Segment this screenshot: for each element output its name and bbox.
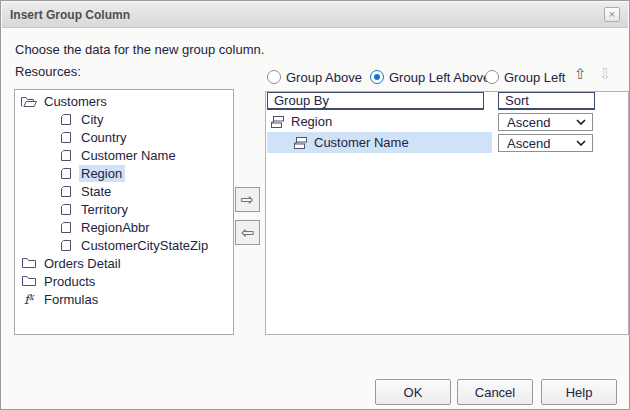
chevron-down-icon	[576, 119, 586, 125]
resources-label: Resources:	[15, 64, 81, 79]
tree-item-regionabbr[interactable]: RegionAbbr	[15, 218, 233, 236]
remove-from-group-button[interactable]: ⇦	[235, 220, 260, 245]
column-field-icon	[56, 167, 76, 180]
cancel-button[interactable]: Cancel	[457, 379, 533, 405]
add-to-group-button[interactable]: ⇨	[235, 187, 260, 212]
tree-item-customercitystatezip[interactable]: CustomerCityStateZip	[15, 236, 233, 254]
sort-dropdown-region[interactable]: Ascend	[498, 113, 593, 131]
group-icon	[270, 115, 285, 129]
group-row-customer-name-selected[interactable]: Customer Name	[267, 132, 492, 153]
tree-item-products[interactable]: Products	[15, 272, 233, 290]
closed-folder-icon	[19, 275, 39, 287]
instruction-text: Choose the data for the new group column…	[15, 42, 264, 57]
radio-group-above[interactable]: Group Above	[267, 69, 362, 85]
radio-group-left-above[interactable]: Group Left Above	[370, 69, 490, 85]
column-field-icon	[56, 131, 76, 144]
column-field-icon	[56, 113, 76, 126]
group-row-region[interactable]: Region	[267, 111, 492, 132]
tree-item-customer-name[interactable]: Customer Name	[15, 146, 233, 164]
tree-item-formulas[interactable]: fx Formulas	[15, 290, 233, 308]
tree-item-territory[interactable]: Territory	[15, 200, 233, 218]
column-field-icon	[56, 221, 76, 234]
tree-item-orders-detail[interactable]: Orders Detail	[15, 254, 233, 272]
column-field-icon	[56, 185, 76, 198]
formula-fx-icon: fx	[19, 292, 39, 307]
left-arrow-icon: ⇦	[241, 223, 254, 242]
right-arrow-icon: ⇨	[241, 190, 254, 209]
group-icon	[293, 136, 308, 150]
tree-item-state[interactable]: State	[15, 182, 233, 200]
radio-selected-icon	[370, 70, 384, 84]
move-down-icon: ⇩	[599, 64, 612, 84]
radio-group-left[interactable]: Group Left	[485, 69, 565, 85]
help-button[interactable]: Help	[541, 379, 617, 405]
column-field-icon	[56, 149, 76, 162]
insert-group-column-dialog: Insert Group Column × Choose the data fo…	[0, 0, 630, 410]
radio-icon	[267, 70, 281, 84]
group-by-panel: Group By Sort Region Customer Name Ascen…	[265, 91, 629, 335]
move-up-icon[interactable]: ⇧	[574, 64, 587, 84]
resources-tree: Customers City Country Customer Name Reg…	[14, 89, 234, 335]
ok-button[interactable]: OK	[375, 379, 451, 405]
title-bar: Insert Group Column ×	[2, 2, 628, 28]
tree-item-region-selected[interactable]: Region	[15, 164, 233, 182]
sort-dropdown-customer-name[interactable]: Ascend	[498, 134, 593, 152]
column-header-sort: Sort	[498, 92, 595, 110]
tree-item-city[interactable]: City	[15, 110, 233, 128]
chevron-down-icon	[576, 140, 586, 146]
radio-icon	[485, 70, 499, 84]
column-field-icon	[56, 203, 76, 216]
column-field-icon	[56, 239, 76, 252]
tree-item-customers[interactable]: Customers	[15, 92, 233, 110]
open-folder-icon	[19, 95, 39, 108]
tree-item-country[interactable]: Country	[15, 128, 233, 146]
closed-folder-icon	[19, 257, 39, 269]
dialog-title: Insert Group Column	[10, 8, 130, 22]
column-header-group-by: Group By	[267, 92, 484, 110]
close-icon[interactable]: ×	[604, 7, 620, 22]
